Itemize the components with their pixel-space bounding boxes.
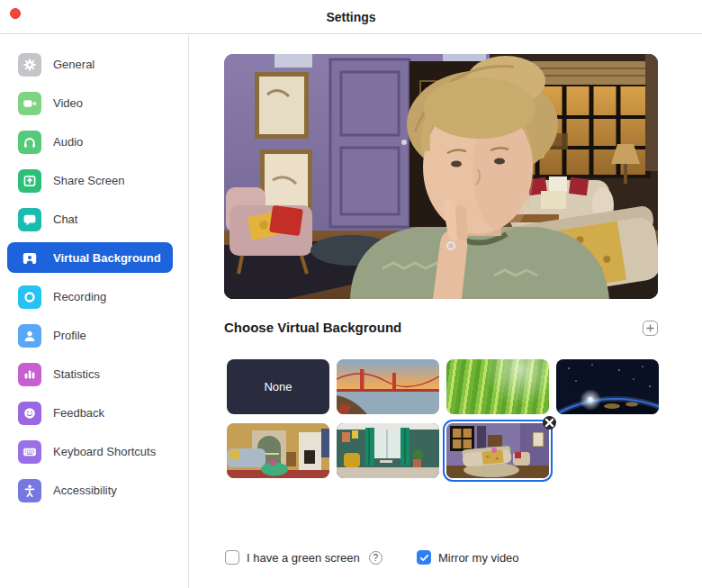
sidebar-item-statistics[interactable]: Statistics	[0, 355, 188, 394]
sidebar-item-recording[interactable]: Recording	[0, 277, 188, 316]
bar-chart-icon	[18, 363, 41, 386]
sidebar-item-label: Profile	[53, 329, 86, 342]
title-bar: Settings	[0, 0, 702, 34]
thumbnail-grass[interactable]	[446, 359, 549, 414]
keyboard-icon	[18, 440, 41, 464]
sidebar-item-label: Chat	[53, 213, 77, 226]
thumbnail-none[interactable]: None	[227, 359, 329, 414]
window-title: Settings	[0, 0, 702, 34]
green-screen-label: I have a green screen	[247, 551, 360, 565]
record-icon	[18, 285, 41, 309]
thumbnail-selected-wrapper	[443, 420, 553, 482]
section-title: Choose Virtual Background	[224, 320, 401, 335]
share-screen-icon	[18, 169, 41, 193]
sidebar-item-video[interactable]: Video	[0, 84, 188, 122]
sidebar-item-keyboard-shortcuts[interactable]: Keyboard Shortcuts	[0, 432, 188, 471]
sidebar-item-label: Recording	[53, 290, 106, 303]
settings-sidebar: General Video Audio Share Screen Chat	[0, 35, 189, 588]
remove-background-button[interactable]	[543, 416, 556, 430]
video-preview	[224, 54, 658, 299]
sidebar-item-label: Accessibility	[53, 484, 117, 497]
sidebar-item-chat[interactable]: Chat	[0, 200, 188, 239]
sidebar-item-label: Keyboard Shortcuts	[53, 445, 156, 458]
chat-bubble-icon	[18, 208, 41, 231]
sidebar-item-label: Virtual Background	[53, 251, 161, 265]
mirror-video-option: Mirror my video	[417, 550, 519, 565]
sidebar-item-label: Statistics	[53, 367, 100, 381]
sidebar-item-profile[interactable]: Profile	[0, 316, 188, 355]
thumbnail-earth-from-space[interactable]	[556, 359, 659, 414]
sidebar-item-label: Share Screen	[53, 174, 125, 187]
mirror-video-label: Mirror my video	[438, 551, 519, 565]
thumbnail-green-room[interactable]	[337, 423, 439, 478]
sidebar-item-accessibility[interactable]: Accessibility	[0, 471, 188, 510]
sidebar-item-audio[interactable]: Audio	[0, 122, 188, 161]
mirror-video-checkbox[interactable]	[417, 550, 431, 565]
thumbnail-purple-apartment[interactable]	[446, 423, 549, 478]
sidebar-item-label: Audio	[53, 135, 83, 149]
add-background-button[interactable]	[643, 321, 658, 336]
accessibility-icon	[18, 479, 41, 502]
video-camera-icon	[18, 92, 41, 115]
profile-icon	[18, 324, 41, 348]
preview-scene	[224, 54, 658, 299]
thumbnail-eclectic-living-room[interactable]	[227, 423, 329, 478]
green-screen-checkbox[interactable]	[225, 550, 239, 565]
sidebar-item-virtual-background[interactable]: Virtual Background	[0, 239, 188, 277]
help-icon[interactable]: ?	[369, 551, 382, 565]
smiley-icon	[18, 402, 41, 425]
virtual-background-icon	[18, 247, 41, 270]
sidebar-item-label: Feedback	[53, 406, 104, 420]
virtual-background-panel: Choose Virtual Background None	[190, 35, 702, 588]
thumbnail-golden-gate-bridge[interactable]	[337, 359, 439, 414]
headphones-icon	[18, 131, 41, 154]
sidebar-item-label: Video	[53, 96, 83, 110]
green-screen-option: I have a green screen ?	[225, 550, 382, 565]
sidebar-item-share-screen[interactable]: Share Screen	[0, 161, 188, 200]
sidebar-item-general[interactable]: General	[0, 45, 188, 84]
gear-icon	[18, 53, 41, 77]
sidebar-item-feedback[interactable]: Feedback	[0, 394, 188, 432]
sidebar-item-label: General	[53, 58, 94, 71]
